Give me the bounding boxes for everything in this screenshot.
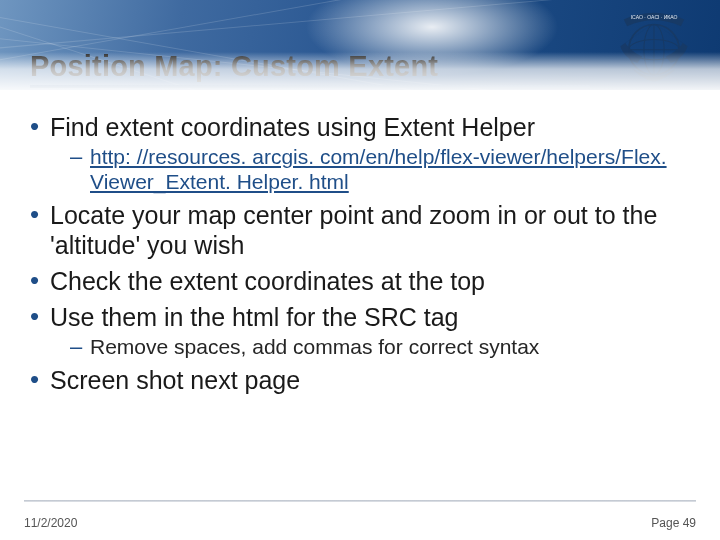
page-title: Position Map: Custom Extent: [30, 50, 590, 83]
list-item: Check the extent coordinates at the top: [24, 266, 696, 296]
list-item: Use them in the html for the SRC tag Rem…: [24, 302, 696, 359]
footer: 11/2/2020 Page 49: [0, 494, 720, 540]
sub-list: Remove spaces, add commas for correct sy…: [50, 334, 696, 359]
bullet-text: Find extent coordinates using Extent Hel…: [50, 113, 535, 141]
list-item: Remove spaces, add commas for correct sy…: [50, 334, 696, 359]
icao-logo-icon: ICAO · OACI · ИКАО: [608, 6, 700, 90]
title-underline: [30, 85, 590, 88]
bullet-text: Check the extent coordinates at the top: [50, 267, 485, 295]
sub-bullet-text: Remove spaces, add commas for correct sy…: [90, 335, 539, 358]
bullet-text: Screen shot next page: [50, 366, 300, 394]
list-item: http: //resources. arcgis. com/en/help/f…: [50, 144, 696, 194]
svg-text:ICAO · OACI · ИКАО: ICAO · OACI · ИКАО: [631, 14, 678, 20]
header-band: Position Map: Custom Extent ICAO · OACI …: [0, 0, 720, 90]
footer-rule: [24, 500, 696, 502]
footer-page: Page 49: [651, 516, 696, 530]
extent-helper-link[interactable]: http: //resources. arcgis. com/en/help/f…: [90, 145, 667, 193]
slide: Position Map: Custom Extent ICAO · OACI …: [0, 0, 720, 540]
title-block: Position Map: Custom Extent: [30, 50, 590, 88]
bullet-list: Find extent coordinates using Extent Hel…: [24, 112, 696, 395]
icao-logo: ICAO · OACI · ИКАО: [606, 6, 702, 90]
list-item: Locate your map center point and zoom in…: [24, 200, 696, 260]
bullet-text: Locate your map center point and zoom in…: [50, 201, 657, 259]
content-area: Find extent coordinates using Extent Hel…: [0, 90, 720, 494]
list-item: Screen shot next page: [24, 365, 696, 395]
bullet-text: Use them in the html for the SRC tag: [50, 303, 459, 331]
footer-date: 11/2/2020: [24, 516, 77, 530]
list-item: Find extent coordinates using Extent Hel…: [24, 112, 696, 194]
sub-list: http: //resources. arcgis. com/en/help/f…: [50, 144, 696, 194]
